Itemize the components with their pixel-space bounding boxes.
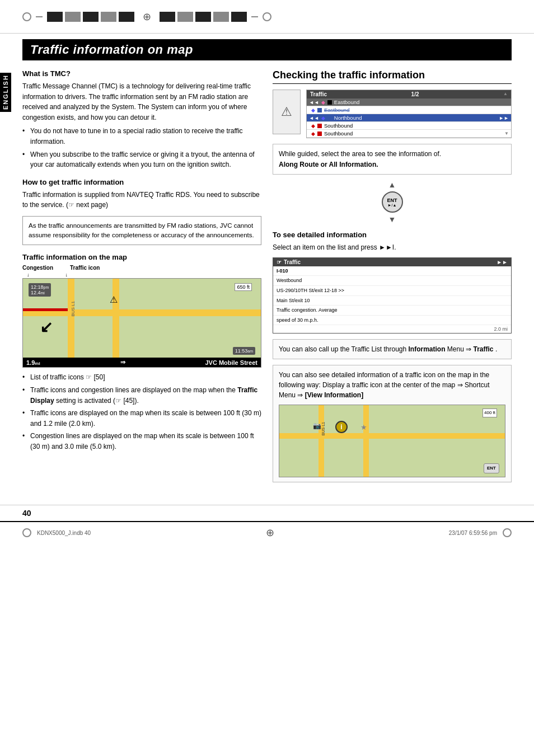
how-to-get-body: Traffic information is supplied from NAV… [22,190,261,210]
sm-road-h-1 [279,433,505,439]
diamond-icon-5: ◆ [311,131,315,137]
turn-arrow: ↙ [40,318,53,336]
reg-block-10 [231,12,247,22]
map-time-box: 12:18pm 12.4mi [29,283,51,297]
reg-block-3 [83,12,99,22]
detail-row-2: Westbound [273,276,511,286]
arrow-traffic-icon: ↓ [65,272,68,278]
diamond-icon-1: ◆ [321,100,325,105]
crosshair-bottom: ⊕ [266,527,274,539]
how-to-get-heading: How to get traffic information [22,178,261,186]
detail-row-6: speed of 30 m.p.h. [273,316,511,326]
map-area: Congestion Traffic icon ↓ ↓ [22,265,261,368]
bullet-list-2: List of traffic icons ☞ [50] Traffic ico… [22,372,261,452]
bold-traffic-display: Traffic Display [30,386,257,405]
map-bottom-dist: 1.9mi [26,359,40,366]
info-bold-1b: Traffic [474,345,494,353]
up-arrow-icon: ▲ [388,180,396,189]
scroll-up-icon: ▲ [503,91,508,97]
detail-row-3: US-290/10TH St/exit 12-18 >> [273,286,511,296]
nav-right-3: ►► [499,115,509,121]
road-vertical-1 [68,279,74,367]
arrow-congestion: ↓ [27,272,30,278]
map-dist-marker: 650 ft [235,283,252,291]
footer-date: 23/1/07 6:59:56 pm [449,530,497,536]
reg-block-9 [213,12,229,22]
reg-block-6 [160,12,175,22]
detail-dist: 2.0 mi [273,325,511,333]
ent-area: ▲ ENT ►/▲ ▼ [273,180,512,224]
traffic-row-1: ◄◄ ◆ Eastbound [307,98,511,106]
page-title-bar: Traffic information on map [22,39,512,60]
map-image: 12:18pm 12.4mi 650 ft BUS L1 ⚠ ↙ 11:53am [22,278,261,368]
top-registration-bar: ⊕ [0,0,534,34]
row-label-1: Eastbound [334,99,359,105]
road-vertical-2 [113,279,119,367]
bullet-map-item-2: Traffic icons and congestion lines are d… [22,385,261,406]
corner-mark-br [503,528,512,537]
sq-black-1 [327,100,332,105]
sm-ent-button: ENT [484,463,499,473]
map-dist-text: 12.4mi [31,290,49,295]
scroll-down-icon: ▼ [504,131,509,136]
traffic-on-map-heading: Traffic information on the map [22,253,261,261]
reg-block-8 [195,12,211,22]
info-bold-2: [View Information] [305,391,363,399]
traffic-sign-icon: ⚠ [273,90,301,134]
down-arrow-icon: ▼ [388,215,396,224]
crosshair-center: ⊕ [143,11,151,23]
sq-red-2 [317,132,322,136]
sm-info-icon: i [335,421,348,433]
small-map: BUS L1 i 📷 ★ 400 ft ENT [279,405,505,477]
corner-mark-tl [22,12,31,21]
row-label-3: Northbound [334,115,362,121]
ent-control: ▲ ENT ►/▲ ▼ [382,180,403,224]
right-column: Checking the traffic information ⚠ Traff… [273,69,512,488]
info-text-1c: . [495,345,497,353]
bus-label: BUS L1 [71,301,76,317]
ent-label: ENT [387,198,397,203]
reg-block-5 [119,12,134,22]
bullet-map-item-1: List of traffic icons ☞ [50] [22,372,261,383]
ent-button[interactable]: ENT ►/▲ [382,191,403,213]
map-time-text: 12:18pm [31,284,49,290]
bullet-item: You do not have to tune in to a special … [22,126,261,147]
reg-block-2 [65,12,81,22]
map-bottom-arrow: ⇒ [120,359,125,366]
reg-marks-left: ⊕ [22,11,271,23]
sm-road-v-1 [318,405,324,477]
traffic-sign-symbol: ⚠ [281,105,292,119]
language-tab: ENGLISH [0,73,11,112]
page-footer: 40 [0,505,534,521]
diamond-icon-4: ◆ [311,123,315,129]
nav-right-detail: ►► [496,259,508,265]
detail-header-label: Traffic [284,259,301,265]
detail-traffic-panel: ☞ Traffic ►► I-010 Westbound US-290/10TH… [273,257,512,334]
traffic-row-5: ◆ Southbound ▼ [307,130,511,138]
traffic-list-panel: Traffic 1/2 ▲ ◄◄ ◆ Eastbound ◆ Ea [306,90,512,138]
info-text-1: You can also call up the Traffic List th… [279,345,406,353]
nav-skip-icon: ◄◄ [309,100,319,105]
traffic-row-3: ◄◄ ◆ Northbound ►► [307,114,511,122]
sm-road-v-2 [363,405,369,477]
map-bottom-bar: 1.9mi ⇒ JVC Mobile Street [23,358,261,367]
traffic-row-4: ◆ Southbound [307,122,511,130]
info-box-1: You can also call up the Traffic List th… [273,339,512,359]
guide-bold-text: Along Route or All Information. [279,161,378,168]
bullet-item: When you subscribe to the traffic servic… [22,149,261,170]
page-content: ENGLISH Traffic information on map What … [0,34,534,499]
bullet-map-item-4: Congestion lines are displayed on the ma… [22,431,261,452]
info-text-1b: Menu ⇒ [447,345,474,353]
sm-camera-icon: 📷 [313,421,321,431]
sq-red-1 [317,124,322,128]
diamond-icon-3: ◆ [321,115,325,121]
info-box-2: You can also see detailed information of… [273,365,512,482]
main-two-col: What is TMC? Traffic Message Channel (TM… [22,69,512,488]
reg-block-1 [47,12,63,22]
to-see-detailed-heading: To see detailed information [273,231,512,239]
row-label-2: Eastbound [324,107,349,113]
page-title: Traffic information on map [30,43,193,57]
map-time-right: 11:53am [233,347,255,355]
detail-header-icon: ☞ [277,259,282,265]
detail-row-4: Main St/exit 10 [273,296,511,306]
